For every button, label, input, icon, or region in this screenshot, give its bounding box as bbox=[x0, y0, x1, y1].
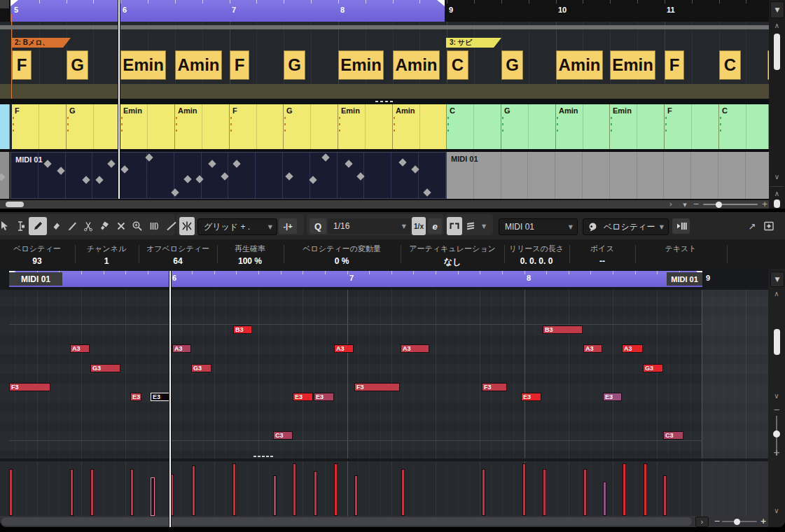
velocity-bar[interactable] bbox=[543, 469, 546, 516]
open-in-window-icon[interactable]: ↗ bbox=[744, 217, 760, 235]
midi-note[interactable]: E3 bbox=[314, 393, 334, 401]
lane-divider[interactable] bbox=[0, 99, 769, 104]
hscroll-thumb[interactable] bbox=[1, 517, 692, 526]
chord-symbol[interactable]: Amin bbox=[556, 50, 603, 80]
zoom-in-icon[interactable]: + bbox=[759, 517, 767, 526]
chord-event[interactable]: Amin bbox=[556, 104, 610, 149]
zoom-in-icon[interactable]: + bbox=[760, 200, 769, 209]
quantize-preset-select[interactable]: 1/16 ▼ bbox=[328, 218, 410, 234]
velocity-bar[interactable] bbox=[273, 475, 277, 516]
chord-event[interactable]: F bbox=[665, 104, 719, 149]
chord-event[interactable]: Emin bbox=[610, 104, 665, 149]
chord-symbol[interactable]: Amin bbox=[393, 50, 440, 80]
editor-playhead[interactable] bbox=[169, 271, 171, 527]
snap-toggle[interactable] bbox=[179, 217, 195, 235]
part-borders-button[interactable] bbox=[447, 217, 462, 235]
mute-tool[interactable] bbox=[113, 217, 129, 235]
trim-tool[interactable] bbox=[64, 217, 80, 235]
draw-tool[interactable] bbox=[29, 217, 47, 235]
chord-symbol[interactable]: Emin bbox=[610, 50, 655, 80]
vscroll-thumb[interactable] bbox=[774, 200, 780, 208]
zoom-slider-handle[interactable] bbox=[716, 202, 722, 208]
vzoom-out-icon[interactable]: − bbox=[768, 405, 785, 414]
editor-ruler[interactable]: MIDI 01 MIDI 01 6789 bbox=[0, 269, 768, 290]
scroll-right-icon[interactable]: › bbox=[695, 517, 709, 527]
zoom-out-icon[interactable]: − bbox=[692, 200, 700, 209]
chord-event[interactable]: G bbox=[284, 104, 338, 149]
ruler-options-icon[interactable]: ▼ bbox=[770, 1, 784, 18]
scroll-down-icon[interactable]: ∨ bbox=[768, 507, 785, 514]
chord-symbol[interactable]: C bbox=[719, 50, 741, 80]
chord-event[interactable]: Amin bbox=[175, 104, 230, 149]
chord-symbol[interactable]: Amin bbox=[175, 50, 222, 80]
vzoom-in-icon[interactable]: + bbox=[768, 448, 785, 458]
line-tool[interactable] bbox=[164, 217, 179, 235]
chord-symbol[interactable]: G bbox=[284, 50, 305, 80]
midi-note[interactable]: A3 bbox=[70, 344, 90, 353]
midi-note[interactable]: A3 bbox=[583, 344, 602, 353]
scroll-up-icon[interactable]: ∧ bbox=[768, 290, 785, 298]
velocity-bar[interactable] bbox=[9, 469, 13, 516]
split-tool[interactable] bbox=[81, 217, 96, 235]
project-ruler[interactable]: 567891011 bbox=[0, 0, 769, 22]
midi-part-gray[interactable]: MIDI 01 bbox=[447, 152, 769, 199]
midi-note[interactable]: E3 bbox=[603, 393, 622, 401]
velocity-lane[interactable] bbox=[0, 461, 768, 516]
part-tag-right[interactable]: MIDI 01 bbox=[667, 272, 702, 286]
chord-symbol[interactable]: G bbox=[67, 50, 88, 80]
midi-note[interactable]: B3 bbox=[233, 326, 252, 334]
part-list-chevron[interactable]: ▼ bbox=[478, 217, 489, 235]
audition-tool[interactable] bbox=[146, 217, 162, 235]
chord-symbol[interactable]: C bbox=[447, 50, 468, 80]
midi-note[interactable]: B3 bbox=[543, 326, 583, 334]
midi-note[interactable]: F3 bbox=[354, 383, 400, 391]
zoom-tool[interactable] bbox=[130, 217, 145, 235]
range-select-tool[interactable] bbox=[13, 217, 28, 235]
chord-event[interactable]: F bbox=[230, 104, 284, 149]
velocity-bar[interactable] bbox=[401, 469, 405, 516]
velocity-bar[interactable] bbox=[70, 469, 74, 516]
object-select-tool[interactable] bbox=[0, 217, 11, 235]
midi-part-dark[interactable]: MIDI 01 bbox=[11, 152, 447, 199]
midi-note[interactable]: A3 bbox=[401, 344, 429, 353]
vzoom-slider-handle[interactable] bbox=[773, 430, 780, 438]
midi-note[interactable]: E3 bbox=[151, 393, 170, 401]
scroll-up-icon[interactable]: ∧ bbox=[769, 22, 785, 29]
zoom-slider[interactable] bbox=[703, 204, 758, 205]
ruler-options-icon[interactable]: ▼ bbox=[770, 272, 784, 287]
scroll-down-icon[interactable]: ∨ bbox=[768, 392, 785, 400]
velocity-bar[interactable] bbox=[663, 475, 667, 516]
velocity-bar[interactable] bbox=[334, 463, 338, 516]
hzoom-slider-handle[interactable] bbox=[734, 519, 740, 525]
chord-event[interactable]: G bbox=[501, 104, 556, 149]
velocity-bar[interactable] bbox=[644, 463, 647, 516]
editor-hscrollbar[interactable]: › − + bbox=[0, 516, 768, 527]
controller-lane-select[interactable]: ベロシティー ▼ bbox=[583, 218, 669, 235]
chord-symbol[interactable]: F bbox=[12, 50, 32, 80]
zoom-out-icon[interactable]: − bbox=[713, 517, 721, 526]
note-display-area[interactable]: F3A3G3E3E3A3G3B3C3E3E3A3F3A3F3E3B3A3E3A3… bbox=[0, 290, 768, 458]
velocity-bar[interactable] bbox=[482, 469, 485, 516]
chord-symbol[interactable]: Emin bbox=[338, 50, 384, 80]
midi-note[interactable]: F3 bbox=[9, 383, 50, 391]
scroll-down-icon[interactable]: ∨ bbox=[769, 173, 785, 181]
velocity-bar[interactable] bbox=[314, 471, 317, 516]
midi-note[interactable]: A3 bbox=[622, 344, 643, 353]
swing-toggle[interactable]: 1/x bbox=[412, 217, 426, 235]
glue-tool[interactable] bbox=[97, 217, 113, 235]
velocity-bar[interactable] bbox=[130, 469, 134, 516]
vscroll-thumb[interactable] bbox=[774, 329, 780, 355]
velocity-bar[interactable] bbox=[583, 469, 587, 516]
velocity-lane-divider[interactable] bbox=[0, 458, 768, 461]
project-playhead[interactable] bbox=[118, 0, 120, 199]
track-divider-bar[interactable] bbox=[0, 25, 769, 29]
midi-note[interactable]: A3 bbox=[172, 344, 191, 353]
chord-symbol[interactable]: F bbox=[665, 50, 684, 80]
grid-type-select[interactable]: グリッド + . ▼ bbox=[197, 218, 277, 235]
info-field-value[interactable]: 0 % bbox=[289, 256, 394, 266]
part-tag-left[interactable]: MIDI 01 bbox=[9, 272, 62, 286]
locator-range[interactable] bbox=[11, 0, 445, 22]
chord-symbol[interactable]: F bbox=[230, 50, 249, 80]
midi-note[interactable]: A3 bbox=[334, 344, 354, 353]
info-field-value[interactable]: 100 % bbox=[197, 256, 303, 266]
